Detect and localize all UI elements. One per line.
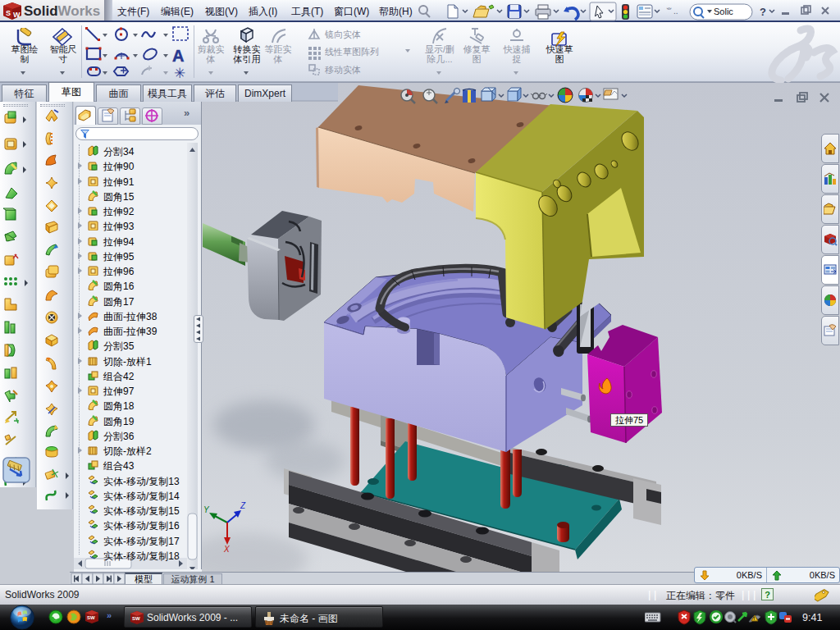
svg-text:A: A xyxy=(172,47,184,65)
svg-text:?: ? xyxy=(760,6,766,18)
svg-text:✳: ✳ xyxy=(174,66,185,80)
svg-text:Z: Z xyxy=(240,501,246,510)
svg-text:W: W xyxy=(13,11,21,19)
svg-text:!: ! xyxy=(753,616,755,621)
svg-text:SW: SW xyxy=(87,615,95,620)
svg-text:X: X xyxy=(223,545,230,554)
svg-text:S: S xyxy=(6,9,11,17)
svg-text:⺌..: ⺌.. xyxy=(665,7,678,16)
svg-text:SW: SW xyxy=(132,616,140,621)
svg-text:Solic: Solic xyxy=(714,7,733,16)
svg-text:»: » xyxy=(107,610,112,620)
